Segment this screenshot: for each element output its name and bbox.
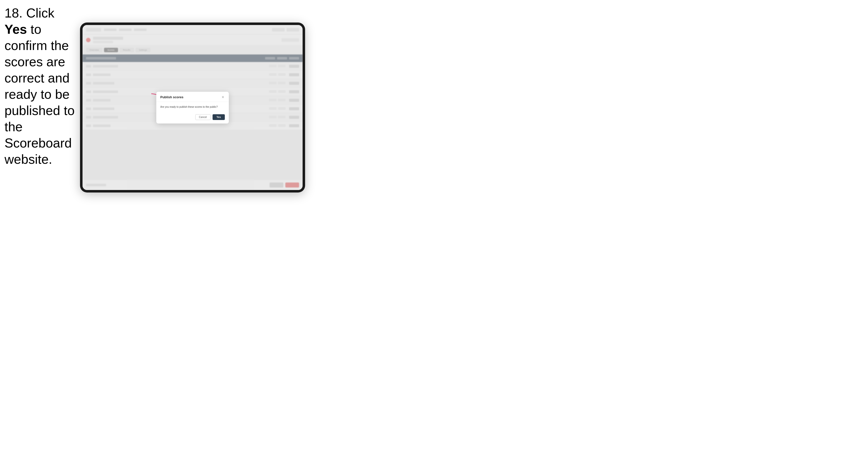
modal-message: Are you ready to publish these scores to… (160, 105, 225, 109)
instruction-bold: Yes (4, 22, 27, 36)
modal-header: Publish scores ✕ (156, 92, 229, 102)
modal-close-button[interactable]: ✕ (221, 95, 225, 99)
modal-body: Are you ready to publish these scores to… (156, 102, 229, 112)
step-number: 18. (4, 6, 23, 20)
publish-scores-dialog: Publish scores ✕ Are you ready to publis… (156, 92, 229, 124)
tablet-device: Overview Scores Results Settings (80, 23, 305, 192)
instruction-rest: to confirm the scores are correct and re… (4, 22, 74, 166)
modal-footer: Cancel Yes (156, 112, 229, 124)
tablet-screen: Overview Scores Results Settings (83, 25, 303, 190)
cancel-button[interactable]: Cancel (195, 114, 211, 120)
modal-overlay: Publish scores ✕ Are you ready to publis… (83, 25, 303, 190)
instruction-text: 18. Click Yes to confirm the scores are … (4, 5, 77, 167)
instruction-plain: Click (26, 6, 55, 20)
modal-title: Publish scores (160, 95, 183, 99)
yes-button[interactable]: Yes (213, 114, 225, 120)
